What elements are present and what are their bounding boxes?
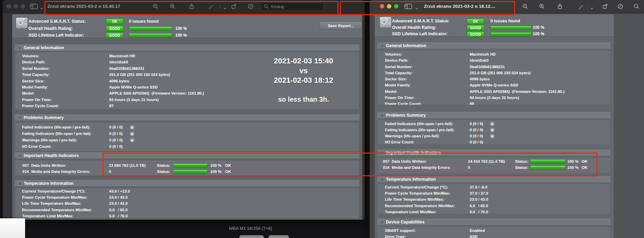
row-value: 0ba0108b61388231 bbox=[470, 64, 505, 70]
detail-arrow-button[interactable] bbox=[490, 122, 494, 126]
row-label: Power On Time: bbox=[385, 95, 414, 101]
zoom-in-icon[interactable] bbox=[539, 3, 545, 9]
temperature-row: Temperature Limit Min/Max: 5.0 / 70.0 bbox=[15, 213, 359, 219]
row-label: Power Cycle Temperature Min/Max: bbox=[385, 190, 450, 196]
detail-arrow-button[interactable] bbox=[130, 138, 134, 142]
row-value: 94 hours (3 days 22 hours) bbox=[470, 95, 519, 101]
row-value: Macintosh HD bbox=[109, 53, 135, 59]
detail-arrow-button[interactable] bbox=[490, 128, 494, 132]
row-label: Data Units Written: bbox=[31, 162, 66, 168]
info-row: Model: APPLE SSD AP0256Q (Firmware Versi… bbox=[377, 88, 610, 95]
disclosure-triangle[interactable]: ▼ bbox=[380, 177, 384, 183]
drivedx-screenshot-right: Advanced S.M.A.R.T. Status: OK 0 issues … bbox=[375, 14, 614, 238]
disclosure-triangle[interactable]: ▼ bbox=[380, 219, 384, 225]
maximize-button[interactable] bbox=[21, 4, 25, 8]
row-label: Power Cycle Count: bbox=[385, 101, 422, 105]
search-icon[interactable] bbox=[633, 3, 640, 9]
chevron-down-icon[interactable] bbox=[40, 5, 43, 8]
row-label: Power On Time: bbox=[22, 97, 52, 103]
share-icon[interactable] bbox=[557, 3, 563, 9]
markup-pen-icon[interactable] bbox=[578, 3, 584, 9]
problem-row: Failed Indicators (life-span / pre-fail)… bbox=[377, 121, 610, 127]
row-value: 5.0 / 65.0 bbox=[109, 207, 128, 213]
row-value: /dev/disk0 bbox=[109, 59, 128, 65]
row-value: 5.0 / 65.0 bbox=[470, 203, 488, 209]
summary-label: Advanced S.M.A.R.T. Status: bbox=[392, 18, 449, 24]
summary-label: SSD Lifetime Left Indicator: bbox=[392, 31, 448, 37]
row-label: Failed Indicators (life-span / pre-fail)… bbox=[22, 124, 90, 131]
row-value: 24.0 / 43.0 bbox=[109, 194, 128, 200]
sidebar-icon[interactable] bbox=[30, 3, 38, 9]
row-value: APPLE SSD AP0256Q (Firmware Version: 116… bbox=[470, 88, 565, 95]
section-header-problems: ▼ Problems Summary bbox=[377, 112, 610, 119]
overlay-line: so less than 3h. bbox=[261, 95, 346, 104]
info-row: Sector Size: 4096 bytes bbox=[377, 76, 610, 82]
disclosure-triangle[interactable]: ▼ bbox=[18, 45, 21, 51]
row-label: Recommended Temperature Min/Max: bbox=[22, 207, 92, 213]
row-value: 0 (0 / 0) bbox=[470, 127, 483, 133]
disclosure-triangle[interactable]: ▼ bbox=[18, 115, 21, 121]
row-value: 23.0 / 43.0 bbox=[470, 196, 488, 202]
percent-value: 100 % bbox=[175, 32, 187, 39]
row-label: Media and Data Integrity Errors: bbox=[31, 168, 90, 175]
zoom-out-icon[interactable] bbox=[522, 3, 528, 9]
chevron-down-icon[interactable] bbox=[590, 5, 593, 8]
row-label: Total Capacity: bbox=[385, 70, 413, 76]
temperature-panel: Current Temperature/Change (°C): 37.0 / … bbox=[377, 184, 610, 214]
row-value: 251.0 GB (251 000 193 024 bytes) bbox=[470, 70, 531, 76]
disclosure-triangle[interactable]: ▼ bbox=[380, 43, 384, 49]
row-value: /dev/disk0 bbox=[470, 57, 489, 63]
temperature-row: Current Temperature/Change (°C): 37.0 / … bbox=[377, 184, 610, 190]
row-value: Enabled bbox=[470, 227, 485, 234]
section-header-temperature: ▼ Temperature Information bbox=[15, 180, 359, 187]
disclosure-triangle[interactable]: ▼ bbox=[18, 153, 21, 159]
rotate-icon[interactable] bbox=[602, 3, 608, 9]
row-label: Failing Indicators (life-span / pre-fail… bbox=[22, 131, 92, 137]
row-label: Drive Type: bbox=[385, 234, 406, 238]
highlighter-icon[interactable] bbox=[617, 3, 623, 9]
background-button[interactable] bbox=[239, 235, 264, 238]
disclosure-triangle[interactable]: ▼ bbox=[380, 113, 384, 119]
section-header-general: ▼ General Information bbox=[377, 42, 610, 49]
preview-window-left: Zrzut ekranu 2021-03-2 o 15.40.17 bbox=[3, 0, 365, 220]
background-button[interactable] bbox=[269, 235, 289, 238]
row-value: Apple NVMe Q-series SSD bbox=[109, 84, 158, 90]
info-row: Total Capacity: 251.0 GB (251 000 193 02… bbox=[377, 70, 610, 76]
row-value: 5.0 / 70.0 bbox=[470, 209, 488, 214]
close-button[interactable] bbox=[6, 4, 11, 8]
row-value: 0 (0 / 0) bbox=[109, 124, 123, 131]
summary-label: Overall Health Rating: bbox=[392, 24, 436, 31]
problem-row: I/O Error Count: 0 (0 / 0) bbox=[15, 143, 359, 150]
detail-arrow-button[interactable] bbox=[130, 132, 134, 136]
disclosure-triangle[interactable]: ▼ bbox=[18, 181, 21, 187]
row-label: Volumes: bbox=[22, 53, 39, 59]
row-label: Sector Size: bbox=[385, 76, 407, 82]
drivedx-screenshot-left: Save Report... Advanced S.M.A.R.T. Statu… bbox=[12, 14, 362, 220]
smart-summary-row: SSD Lifetime Left Indicator: GOOD 100 % bbox=[375, 31, 614, 37]
row-value: 88 bbox=[470, 101, 474, 105]
minimize-button[interactable] bbox=[14, 4, 18, 8]
detail-arrow-button[interactable] bbox=[490, 134, 494, 138]
smart-summary-row: Advanced S.M.A.R.T. Status: OK 0 issues … bbox=[375, 18, 614, 24]
percent-value: 100 % bbox=[533, 31, 544, 37]
info-row: Volumes: Macintosh HD bbox=[377, 51, 610, 57]
status-badge: GOOD bbox=[467, 32, 484, 37]
status-badge: OK bbox=[106, 19, 123, 24]
info-row: Model Family: Apple NVMe Q-series SSD bbox=[377, 82, 610, 88]
row-label: I/O Error Count: bbox=[22, 143, 52, 150]
row-label: Serial Number: bbox=[385, 64, 413, 70]
row-value: 0 (0 / 0) bbox=[470, 139, 483, 145]
row-label: Failed Indicators (life-span / pre-fail)… bbox=[385, 121, 453, 127]
row-label: Temperature Limit Min/Max: bbox=[22, 213, 74, 219]
status-badge: GOOD bbox=[467, 25, 484, 31]
detail-arrow-button[interactable] bbox=[130, 125, 134, 130]
background-window-fragment bbox=[0, 218, 25, 238]
row-label: Power Cycle Count: bbox=[22, 103, 59, 109]
percent-value: 100 % bbox=[533, 24, 544, 31]
comparison-overlay-text: 2021-02-03 15:40 vs 2021-02-03 18:12 so … bbox=[261, 56, 346, 104]
overlay-line: 2021-02-03 15:40 bbox=[261, 56, 346, 66]
row-value: Macintosh HD bbox=[470, 51, 496, 57]
row-value: APPLE SSD AP0256Q (Firmware Version: 116… bbox=[109, 90, 204, 96]
row-label: I/O Error Count: bbox=[385, 139, 414, 145]
percent-value: 100 % bbox=[175, 25, 187, 32]
